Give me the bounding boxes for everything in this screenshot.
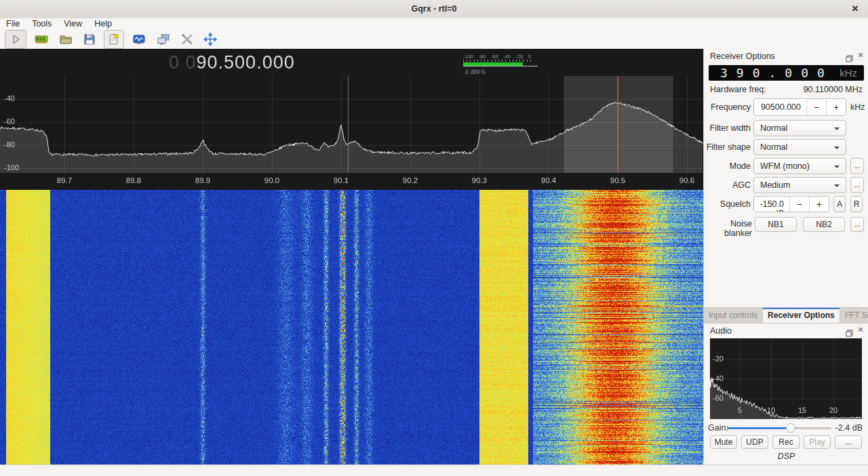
frequency-unit-label: kHz — [850, 102, 865, 112]
iq-device-icon[interactable] — [32, 31, 51, 48]
close-panel-icon[interactable]: × — [858, 49, 863, 60]
udp-button[interactable]: UDP — [741, 435, 768, 449]
audio-panel-title: Audio — [710, 326, 732, 336]
freq-tick-label: 90.2 — [398, 176, 422, 184]
squelch-spinbox[interactable]: -150.0 dB − + — [753, 196, 829, 212]
audio-gain-label: Gain: — [708, 423, 728, 433]
rec-button[interactable]: Rec — [772, 435, 800, 449]
waterfall-canvas[interactable] — [0, 190, 703, 464]
bookmarks-icon[interactable] — [104, 30, 124, 49]
right-dock: Receiver Options × 390.000 kHz Hardware … — [703, 49, 868, 464]
hardware-freq-value: 90.110000 MHz — [804, 85, 863, 94]
rf-spectrum-panel: 0 090.500.000 -100-80-60-40-200 -2 dBFS … — [0, 49, 703, 190]
menu-item[interactable]: View — [58, 18, 88, 30]
rf-spectrum-canvas[interactable] — [0, 49, 703, 190]
squelch-auto-button[interactable]: A — [833, 196, 846, 212]
titlebar: Gqrx - rtl=0 × — [0, 0, 868, 19]
fft-scope-icon[interactable] — [130, 31, 149, 48]
noise-blanker-options-button[interactable]: ... — [850, 217, 864, 232]
window-close-icon[interactable]: × — [849, 1, 861, 17]
lcd-frequency-display[interactable]: 390.000 kHz — [709, 65, 864, 81]
dsp-status-label: DSP — [704, 452, 868, 461]
lcd-unit: kHz — [840, 67, 864, 79]
filter-width-value: Normal — [760, 123, 787, 133]
chevron-down-icon — [834, 146, 840, 149]
close-panel-icon[interactable]: × — [858, 324, 863, 335]
squelch-value[interactable]: -150.0 dB — [754, 197, 789, 212]
open-folder-icon[interactable] — [56, 31, 75, 48]
frequency-value[interactable]: 90500.000 — [754, 99, 806, 115]
play-icon[interactable] — [5, 30, 26, 49]
frequency-decrement-button[interactable]: − — [806, 99, 826, 115]
slider-fill — [727, 427, 791, 429]
signal-meter-value: -2 dBFS — [463, 68, 531, 75]
signal-meter: -100-80-60-40-200 -2 dBFS — [463, 54, 531, 75]
tab-fft-settings[interactable]: FFT Settings — [840, 308, 868, 323]
toolbar — [0, 30, 868, 49]
squelch-label: Squelch — [704, 199, 751, 209]
filter-width-combo[interactable]: Normal — [753, 120, 846, 136]
save-icon[interactable] — [81, 31, 98, 48]
float-panel-icon[interactable] — [846, 328, 854, 336]
audio-spectrum-panel: 5101520 -20-40-60 — [710, 338, 862, 419]
squelch-decrement-button[interactable]: − — [789, 197, 809, 212]
tab-receiver-options[interactable]: Receiver Options — [762, 308, 840, 323]
menu-item[interactable]: Tools — [26, 18, 58, 30]
lcd-digits: 390.000 — [709, 66, 833, 80]
remote-control-icon[interactable] — [154, 31, 173, 48]
tools-icon[interactable] — [178, 31, 196, 48]
frequency-increment-button[interactable]: + — [826, 99, 846, 115]
audio-freq-tick-label: 10 — [764, 406, 778, 414]
tuned-frequency-readout[interactable]: 0 090.500.000 — [169, 52, 295, 73]
hardware-freq-label: Hardware freq: — [710, 85, 766, 94]
squelch-increment-button[interactable]: + — [809, 197, 829, 212]
filter-shape-combo[interactable]: Normal — [753, 139, 846, 155]
receiver-options-title: Receiver Options — [710, 52, 775, 61]
audio-db-tick-label: -20 — [713, 355, 724, 363]
audio-freq-tick-label: 20 — [827, 406, 840, 414]
freq-tick-label: 90.4 — [536, 176, 561, 184]
signal-meter-baseline — [463, 66, 538, 66]
noise-blanker-label: Noise blanker — [704, 219, 752, 238]
freq-tick-label: 90.3 — [467, 176, 492, 184]
frequency-label: Frequency — [704, 102, 751, 112]
nb2-button[interactable]: NB2 — [803, 217, 845, 232]
slider-handle[interactable] — [786, 423, 795, 433]
play-button: Play — [804, 435, 831, 449]
hardware-freq-row: Hardware freq: 90.110000 MHz — [710, 85, 863, 94]
agc-options-button[interactable]: ... — [850, 177, 864, 193]
frequency-dim-digits: 0 0 — [169, 52, 197, 73]
float-panel-icon[interactable] — [846, 53, 854, 61]
filter-width-label: Filter width — [704, 123, 751, 133]
audio-gain-value: -2.4 dB — [835, 423, 863, 433]
meter-scale-label: -60 — [491, 54, 498, 60]
tab-input-controls[interactable]: Input controls — [704, 308, 762, 323]
freq-tick-label: 90.0 — [260, 176, 284, 184]
signal-meter-ticks — [463, 60, 531, 62]
frequency-spinbox[interactable]: 90500.000 − + — [753, 98, 846, 116]
status-bar — [0, 464, 868, 476]
menu-item[interactable]: Help — [88, 18, 118, 30]
move-icon[interactable] — [201, 31, 219, 48]
audio-gain-slider[interactable] — [727, 422, 831, 433]
nb1-button[interactable]: NB1 — [755, 217, 797, 232]
menubar: FileToolsViewHelp — [0, 18, 868, 30]
mode-label: Mode — [704, 161, 751, 171]
freq-tick-label: 90.6 — [675, 176, 699, 184]
audio-freq-tick-label: 15 — [795, 406, 809, 414]
audio-options-button[interactable]: ... — [835, 435, 862, 449]
mode-options-button[interactable]: ... — [850, 158, 864, 174]
mode-value: WFM (mono) — [760, 161, 810, 171]
menu-item[interactable]: File — [0, 18, 26, 30]
squelch-reset-button[interactable]: R — [850, 196, 863, 212]
mute-button[interactable]: Mute — [710, 435, 737, 449]
window-title: Gqrx - rtl=0 — [0, 0, 868, 18]
agc-value: Medium — [760, 180, 790, 190]
meter-scale-label: 0 — [528, 54, 531, 60]
filter-shape-value: Normal — [760, 142, 787, 152]
audio-freq-tick-label: 5 — [733, 406, 747, 414]
freq-tick-label: 89.7 — [52, 176, 77, 184]
agc-combo[interactable]: Medium — [753, 177, 846, 193]
mode-combo[interactable]: WFM (mono) — [753, 158, 846, 174]
audio-gain-row: Gain: -2.4 dB — [704, 422, 868, 433]
